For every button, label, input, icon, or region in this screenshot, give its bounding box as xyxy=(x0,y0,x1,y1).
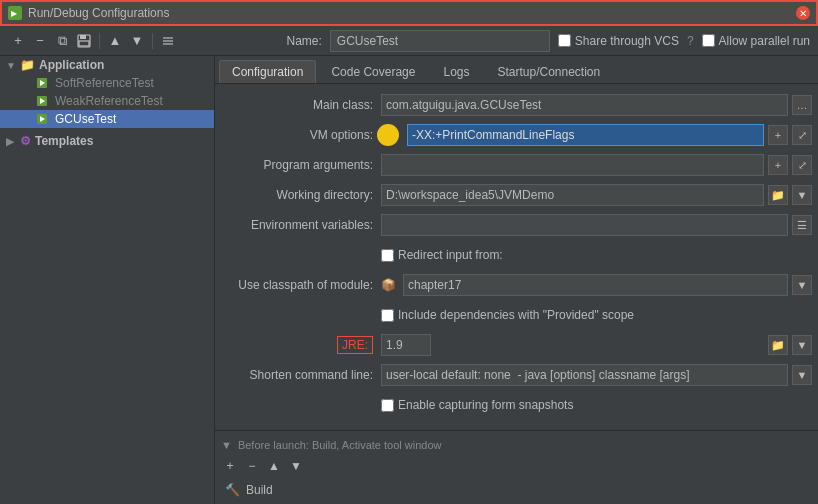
working-dir-value: 📁 ▼ xyxy=(381,184,812,206)
save-button[interactable] xyxy=(74,31,94,51)
toolbar-left: + − ⧉ ▲ ▼ xyxy=(8,31,178,51)
redirect-row: Redirect input from: xyxy=(221,242,812,268)
before-launch-add-btn[interactable]: + xyxy=(221,457,239,475)
snapshots-label[interactable]: Enable capturing form snapshots xyxy=(381,398,812,412)
redirect-label: Redirect input from: xyxy=(398,248,503,262)
include-deps-value: Include dependencies with "Provided" sco… xyxy=(381,308,812,322)
jre-dropdown-btn[interactable]: ▼ xyxy=(792,335,812,355)
before-launch-label: Before launch: Build, Activate tool wind… xyxy=(238,439,442,451)
working-dir-input[interactable] xyxy=(381,184,764,206)
redirect-checkbox-label[interactable]: Redirect input from: xyxy=(381,248,812,262)
jre-row: JRE: 📁 ▼ xyxy=(221,332,812,358)
tab-configuration[interactable]: Configuration xyxy=(219,60,316,83)
classpath-dropdown-btn[interactable]: ▼ xyxy=(792,275,812,295)
add-button[interactable]: + xyxy=(8,31,28,51)
weakref-label: WeakReferenceTest xyxy=(55,94,163,108)
title-bar-left: ▶ Run/Debug Configurations xyxy=(8,6,169,20)
move-up-button[interactable]: ▲ xyxy=(105,31,125,51)
title-bar-controls: ✕ xyxy=(796,6,810,20)
shorten-cmd-value: ▼ xyxy=(381,364,812,386)
redirect-checkbox[interactable] xyxy=(381,249,394,262)
share-help-icon[interactable]: ? xyxy=(687,34,694,48)
env-vars-input[interactable] xyxy=(381,214,788,236)
program-args-expand-btn[interactable]: ⤢ xyxy=(792,155,812,175)
env-vars-label: Environment variables: xyxy=(221,218,381,232)
before-launch-section: ▼ Before launch: Build, Activate tool wi… xyxy=(215,430,818,504)
tree-item-gcusetest[interactable]: GCUseTest xyxy=(0,110,214,128)
classpath-row: Use classpath of module: 📦 ▼ xyxy=(221,272,812,298)
run-config-icon xyxy=(36,77,48,89)
vm-options-expand-btn[interactable]: ⤢ xyxy=(792,125,812,145)
program-args-input[interactable] xyxy=(381,154,764,176)
name-label: Name: xyxy=(287,34,322,48)
toolbar: + − ⧉ ▲ ▼ Name: Share through VCS ? xyxy=(0,26,818,56)
env-vars-edit-btn[interactable]: ☰ xyxy=(792,215,812,235)
main-class-browse-btn[interactable]: … xyxy=(792,95,812,115)
include-deps-text: Include dependencies with "Provided" sco… xyxy=(398,308,634,322)
build-label: Build xyxy=(246,483,273,497)
build-icon: 🔨 xyxy=(225,483,240,497)
tabs-bar: Configuration Code Coverage Logs Startup… xyxy=(215,56,818,84)
jre-input[interactable] xyxy=(381,334,431,356)
run-config-icon-2 xyxy=(36,95,48,107)
vm-options-input[interactable] xyxy=(407,124,764,146)
working-dir-browse-btn[interactable]: 📁 xyxy=(768,185,788,205)
snapshots-checkbox[interactable] xyxy=(381,399,394,412)
classpath-input[interactable] xyxy=(403,274,788,296)
toolbar-right: Name: Share through VCS ? Allow parallel… xyxy=(287,30,810,52)
sort-button[interactable] xyxy=(158,31,178,51)
allow-parallel-label[interactable]: Allow parallel run xyxy=(702,34,810,48)
before-launch-remove-btn[interactable]: − xyxy=(243,457,261,475)
remove-button[interactable]: − xyxy=(30,31,50,51)
run-debug-configurations-window: ▶ Run/Debug Configurations ✕ + − ⧉ ▲ ▼ N… xyxy=(0,0,818,504)
program-args-add-btn[interactable]: + xyxy=(768,155,788,175)
shorten-cmd-dropdown-btn[interactable]: ▼ xyxy=(792,365,812,385)
tree-item-weakreference[interactable]: WeakReferenceTest xyxy=(0,92,214,110)
move-down-button[interactable]: ▼ xyxy=(127,31,147,51)
tab-startup-connection[interactable]: Startup/Connection xyxy=(484,60,613,83)
vm-options-add-btn[interactable]: + xyxy=(768,125,788,145)
application-label: Application xyxy=(39,58,104,72)
templates-expand-icon: ▶ xyxy=(6,136,16,147)
working-dir-dropdown-btn[interactable]: ▼ xyxy=(792,185,812,205)
include-deps-checkbox[interactable] xyxy=(381,309,394,322)
softref-label: SoftReferenceTest xyxy=(55,76,154,90)
copy-button[interactable]: ⧉ xyxy=(52,31,72,51)
include-deps-label[interactable]: Include dependencies with "Provided" sco… xyxy=(381,308,812,322)
close-button[interactable]: ✕ xyxy=(796,6,810,20)
share-vcs-checkbox[interactable] xyxy=(558,34,571,47)
templates-icon: ⚙ xyxy=(20,134,31,148)
svg-text:▶: ▶ xyxy=(11,9,18,18)
jre-label-wrapper: JRE: xyxy=(221,338,381,352)
main-class-value: … xyxy=(381,94,812,116)
allow-parallel-checkbox[interactable] xyxy=(702,34,715,47)
tree-item-softreference[interactable]: SoftReferenceTest xyxy=(0,74,214,92)
snapshots-value: Enable capturing form snapshots xyxy=(381,398,812,412)
jre-browse-btn[interactable]: 📁 xyxy=(768,335,788,355)
working-dir-label: Working directory: xyxy=(221,188,381,202)
tab-logs[interactable]: Logs xyxy=(430,60,482,83)
before-launch-header: ▼ Before launch: Build, Activate tool wi… xyxy=(221,439,812,451)
name-input[interactable] xyxy=(330,30,550,52)
tab-code-coverage[interactable]: Code Coverage xyxy=(318,60,428,83)
main-class-input[interactable] xyxy=(381,94,788,116)
snapshots-row: Enable capturing form snapshots xyxy=(221,392,812,418)
shorten-cmd-label: Shorten command line: xyxy=(221,368,381,382)
build-item: 🔨 Build xyxy=(221,481,812,499)
jre-label: JRE: xyxy=(337,336,373,354)
program-args-row: Program arguments: + ⤢ xyxy=(221,152,812,178)
classpath-label: Use classpath of module: xyxy=(221,278,381,292)
redirect-value: Redirect input from: xyxy=(381,248,812,262)
snapshots-text: Enable capturing form snapshots xyxy=(398,398,573,412)
templates-label: Templates xyxy=(35,134,93,148)
before-launch-down-btn[interactable]: ▼ xyxy=(287,457,305,475)
window-title: Run/Debug Configurations xyxy=(28,6,169,20)
app-icon: ▶ xyxy=(8,6,22,20)
svg-rect-3 xyxy=(80,35,86,39)
tree-application-group[interactable]: ▼ 📁 Application xyxy=(0,56,214,74)
share-vcs-label[interactable]: Share through VCS xyxy=(558,34,679,48)
shorten-cmd-input[interactable] xyxy=(381,364,788,386)
vm-options-row: VM options: + ⤢ xyxy=(221,122,812,148)
before-launch-up-btn[interactable]: ▲ xyxy=(265,457,283,475)
tree-templates-group[interactable]: ▶ ⚙ Templates xyxy=(0,132,214,150)
